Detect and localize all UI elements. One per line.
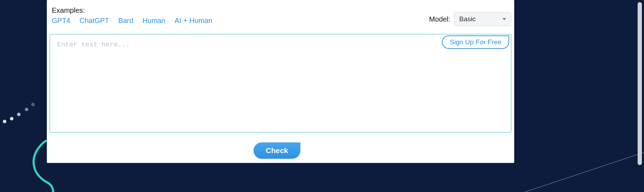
examples-links: GPT4 ChatGPT Bard Human AI + Human [52, 17, 212, 25]
check-button[interactable]: Check [254, 142, 300, 159]
examples-block: Examples: GPT4 ChatGPT Bard Human AI + H… [52, 6, 212, 25]
examples-label: Examples: [52, 6, 212, 15]
top-row: Examples: GPT4 ChatGPT Bard Human AI + H… [47, 6, 514, 26]
example-link-ai-human[interactable]: AI + Human [174, 17, 212, 25]
model-label: Model: [429, 15, 450, 23]
example-link-human[interactable]: Human [143, 17, 165, 25]
decorative-dots [1, 103, 44, 124]
scrollbar[interactable] [638, 2, 642, 190]
sign-up-button[interactable]: Sign Up For Free [442, 35, 509, 49]
example-link-bard[interactable]: Bard [118, 17, 133, 25]
decorative-diagonal-line [516, 152, 644, 192]
example-link-gpt4[interactable]: GPT4 [52, 17, 70, 25]
model-select-value: Basic [459, 15, 476, 23]
svg-line-0 [516, 152, 644, 192]
scrollbar-thumb[interactable] [638, 2, 642, 165]
text-input[interactable] [50, 34, 511, 132]
example-link-chatgpt[interactable]: ChatGPT [79, 17, 109, 25]
chevron-down-icon [503, 18, 506, 20]
model-block: Model: Basic [429, 12, 511, 26]
textarea-wrap: Sign Up For Free [50, 34, 511, 134]
model-select[interactable]: Basic [454, 12, 511, 26]
main-panel: Examples: GPT4 ChatGPT Bard Human AI + H… [47, 0, 514, 163]
